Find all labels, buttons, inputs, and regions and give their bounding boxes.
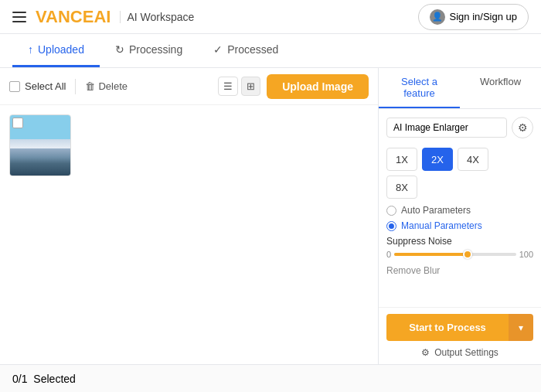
upload-tab-icon: ↑ xyxy=(28,43,33,56)
process-label: Start to Process xyxy=(409,322,486,333)
tab-workflow[interactable]: Workflow xyxy=(460,68,541,108)
workspace-label: AI Workspace xyxy=(120,11,194,23)
checkbox-input[interactable] xyxy=(9,81,20,92)
start-process-button[interactable]: Start to Process xyxy=(386,314,509,341)
right-panel: Select a feature Workflow AI Image Enlar… xyxy=(379,68,541,364)
settings-gear-button[interactable]: ⚙ xyxy=(512,117,533,138)
header-left: VANCEAI AI Workspace xyxy=(12,7,194,27)
select-all-checkbox[interactable]: Select All xyxy=(9,80,66,92)
auto-radio-input[interactable] xyxy=(386,206,396,216)
scale-2x-button[interactable]: 2X xyxy=(422,148,453,171)
status-bar: 0/1 Selected xyxy=(0,364,541,392)
slider-thumb[interactable] xyxy=(463,250,472,259)
scale-4x-button[interactable]: 4X xyxy=(458,148,488,171)
remove-blur-label: Remove Blur xyxy=(386,265,533,276)
slider-min-label: 0 xyxy=(386,250,391,259)
tab-processing[interactable]: ↻ Processing xyxy=(100,34,198,67)
process-dropdown-button[interactable]: ▾ xyxy=(509,314,533,341)
parameter-section: Auto Parameters Manual Parameters xyxy=(386,205,533,231)
output-settings-icon: ⚙ xyxy=(421,347,430,358)
avatar-icon: 👤 xyxy=(430,9,445,25)
left-panel: Select All 🗑 Delete ☰ ⊞ Upload Image xyxy=(0,68,379,364)
right-content: AI Image Enlarger ⚙ 1X 2X 4X 8X Auto Par… xyxy=(379,109,541,307)
toolbar-divider xyxy=(75,79,76,94)
delete-label: Delete xyxy=(98,80,128,92)
noise-slider[interactable] xyxy=(394,253,516,256)
tab-uploaded[interactable]: ↑ Uploaded xyxy=(12,34,100,67)
scale-1x-button[interactable]: 1X xyxy=(386,148,417,171)
output-settings-row[interactable]: ⚙ Output Settings xyxy=(386,347,533,358)
sign-in-button[interactable]: 👤 Sign in/Sign up xyxy=(418,4,529,30)
logo: VANCEAI xyxy=(36,7,111,27)
auto-params-label: Auto Parameters xyxy=(401,205,471,216)
right-bottom: Start to Process ▾ ⚙ Output Settings xyxy=(379,307,541,364)
manual-params-radio[interactable]: Manual Parameters xyxy=(386,220,533,231)
suppress-noise-label: Suppress Noise xyxy=(386,236,533,247)
tab-processed-label: Processed xyxy=(227,43,278,56)
header: VANCEAI AI Workspace 👤 Sign in/Sign up xyxy=(0,0,541,34)
scale-buttons: 1X 2X 4X xyxy=(386,148,533,171)
image-thumbnail[interactable] xyxy=(9,114,71,176)
grid-view-button[interactable]: ⊞ xyxy=(241,77,260,96)
processing-tab-icon: ↻ xyxy=(115,43,124,56)
selected-label: Selected xyxy=(33,373,75,385)
feature-select-row: AI Image Enlarger ⚙ xyxy=(386,117,533,138)
slider-max-label: 100 xyxy=(519,250,533,259)
manual-params-label: Manual Parameters xyxy=(401,220,482,231)
slider-row: 0 100 xyxy=(386,250,533,259)
scale-8x-button[interactable]: 8X xyxy=(386,176,417,199)
chevron-down-icon: ▾ xyxy=(519,322,523,333)
image-grid xyxy=(0,105,378,364)
suppress-noise-section: Suppress Noise 0 100 xyxy=(386,236,533,259)
delete-button[interactable]: 🗑 Delete xyxy=(85,80,128,92)
feature-tabs: Select a feature Workflow xyxy=(379,68,541,109)
view-toggle: ☰ ⊞ xyxy=(218,77,260,96)
sign-in-label: Sign in/Sign up xyxy=(450,11,517,22)
trash-icon: 🗑 xyxy=(85,80,95,92)
scale-row-2: 8X xyxy=(386,176,533,199)
status-count: 0/1 Selected xyxy=(12,373,76,385)
slider-fill xyxy=(394,253,468,256)
count-text: 0/1 xyxy=(12,373,27,385)
workflow-label: Workflow xyxy=(480,76,521,87)
output-settings-label: Output Settings xyxy=(434,347,498,358)
logo-ai: AI xyxy=(94,7,111,26)
main-tabs: ↑ Uploaded ↻ Processing ✓ Processed xyxy=(0,34,541,68)
auto-params-radio[interactable]: Auto Parameters xyxy=(386,205,533,216)
processed-tab-icon: ✓ xyxy=(213,43,223,56)
logo-vance: VANCE xyxy=(36,7,94,26)
hamburger-menu[interactable] xyxy=(12,12,26,22)
tab-processed[interactable]: ✓ Processed xyxy=(198,34,294,67)
manual-radio-input[interactable] xyxy=(386,221,396,231)
thumbnail-checkbox[interactable] xyxy=(12,118,23,128)
process-button-row: Start to Process ▾ xyxy=(386,314,533,341)
main-content: Select All 🗑 Delete ☰ ⊞ Upload Image xyxy=(0,68,541,364)
upload-image-button[interactable]: Upload Image xyxy=(267,74,369,99)
feature-dropdown[interactable]: AI Image Enlarger xyxy=(386,118,507,138)
gear-icon: ⚙ xyxy=(518,121,528,134)
select-feature-label: Select a feature xyxy=(401,76,437,99)
select-all-label: Select All xyxy=(25,80,66,92)
upload-label: Upload Image xyxy=(282,80,353,93)
tab-uploaded-label: Uploaded xyxy=(38,43,84,56)
tab-processing-label: Processing xyxy=(129,43,182,56)
toolbar: Select All 🗑 Delete ☰ ⊞ Upload Image xyxy=(0,68,378,105)
tab-select-feature[interactable]: Select a feature xyxy=(379,68,460,108)
list-view-button[interactable]: ☰ xyxy=(218,77,238,96)
